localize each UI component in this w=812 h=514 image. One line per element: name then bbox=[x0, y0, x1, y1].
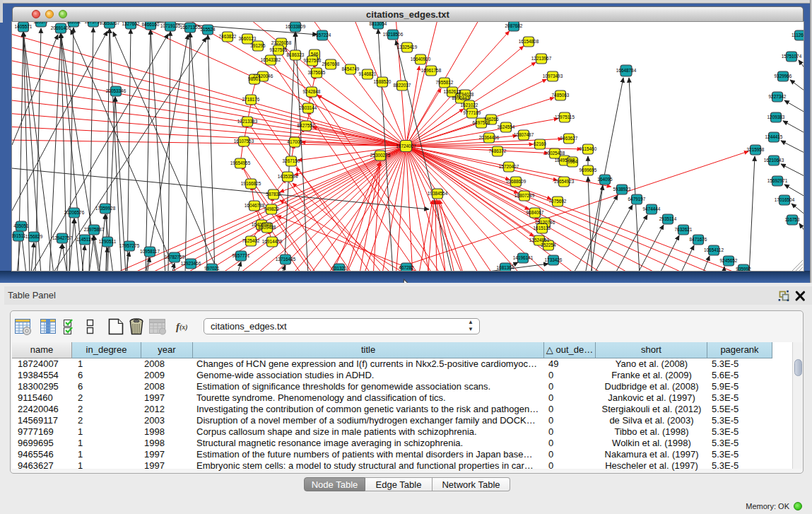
svg-text:8466160: 8466160 bbox=[142, 22, 160, 27]
svg-text:17016504: 17016504 bbox=[775, 197, 795, 202]
svg-text:15692971: 15692971 bbox=[767, 178, 788, 183]
svg-text:1327602: 1327602 bbox=[122, 22, 140, 26]
svg-text:1081364: 1081364 bbox=[497, 265, 514, 270]
svg-text:435051: 435051 bbox=[13, 223, 29, 228]
svg-text:7075692: 7075692 bbox=[549, 199, 567, 204]
svg-text:8813054: 8813054 bbox=[370, 22, 387, 26]
svg-text:1145119: 1145119 bbox=[76, 237, 93, 242]
svg-text:9684067: 9684067 bbox=[526, 210, 544, 215]
svg-text:391511: 391511 bbox=[12, 233, 26, 238]
svg-text:16033809: 16033809 bbox=[286, 24, 306, 29]
svg-text:16107553: 16107553 bbox=[234, 139, 254, 144]
svg-text:2087682: 2087682 bbox=[505, 23, 523, 28]
svg-text:12923466: 12923466 bbox=[181, 261, 201, 266]
svg-text:189377: 189377 bbox=[33, 22, 49, 24]
svg-text:16210643: 16210643 bbox=[764, 158, 784, 163]
svg-text:13716485: 13716485 bbox=[276, 257, 296, 262]
svg-text:2718176: 2718176 bbox=[242, 97, 260, 102]
svg-text:16543382: 16543382 bbox=[261, 57, 281, 62]
svg-text:949822: 949822 bbox=[264, 206, 279, 211]
svg-text:8454749: 8454749 bbox=[342, 66, 360, 71]
svg-text:18724007: 18724007 bbox=[396, 144, 416, 148]
svg-text:9474444: 9474444 bbox=[643, 206, 661, 211]
svg-text:417006: 417006 bbox=[287, 139, 302, 144]
svg-text:7357224: 7357224 bbox=[314, 33, 331, 37]
svg-text:12213383: 12213383 bbox=[237, 119, 258, 124]
svg-text:(x): (x) bbox=[180, 323, 188, 332]
svg-text:13524851: 13524851 bbox=[529, 238, 550, 243]
svg-text:997021: 997021 bbox=[204, 266, 220, 271]
svg-text:16914479: 16914479 bbox=[262, 239, 283, 244]
svg-text:1209383: 1209383 bbox=[767, 115, 785, 119]
svg-text:15751074: 15751074 bbox=[782, 54, 802, 59]
svg-text:12213967: 12213967 bbox=[531, 56, 552, 61]
svg-text:16046788: 16046788 bbox=[245, 203, 265, 208]
svg-text:467282: 467282 bbox=[399, 265, 414, 270]
svg-text:9463627: 9463627 bbox=[560, 136, 578, 141]
svg-text:1156829: 1156829 bbox=[25, 234, 43, 239]
svg-text:6794028: 6794028 bbox=[457, 92, 474, 97]
svg-text:9329966: 9329966 bbox=[775, 74, 792, 78]
svg-text:98901: 98901 bbox=[248, 76, 261, 81]
svg-text:16671355: 16671355 bbox=[180, 25, 201, 30]
svg-text:164095: 164095 bbox=[597, 177, 613, 182]
svg-text:8822037: 8822037 bbox=[394, 83, 411, 88]
svg-text:9327505: 9327505 bbox=[270, 47, 288, 52]
svg-text:935992: 935992 bbox=[736, 267, 751, 271]
svg-text:14353594: 14353594 bbox=[278, 174, 298, 179]
svg-text:1588520: 1588520 bbox=[374, 79, 392, 84]
svg-text:7955812: 7955812 bbox=[436, 80, 454, 85]
svg-text:6479197: 6479197 bbox=[628, 197, 646, 201]
svg-text:746266: 746266 bbox=[483, 117, 499, 122]
svg-text:1615132: 1615132 bbox=[534, 226, 551, 230]
svg-text:546: 546 bbox=[311, 52, 319, 57]
svg-text:20206576: 20206576 bbox=[64, 210, 85, 215]
svg-text:8427552: 8427552 bbox=[298, 123, 315, 128]
svg-text:16782759: 16782759 bbox=[165, 255, 185, 259]
svg-text:19218506: 19218506 bbox=[383, 32, 404, 37]
svg-text:955952: 955952 bbox=[66, 22, 81, 24]
svg-text:9699695: 9699695 bbox=[579, 168, 597, 173]
svg-text:20364436: 20364436 bbox=[479, 135, 500, 140]
svg-text:8471676: 8471676 bbox=[690, 237, 707, 242]
svg-text:19384554: 19384554 bbox=[428, 191, 448, 196]
svg-text:10719135: 10719135 bbox=[160, 23, 181, 28]
svg-text:16961758: 16961758 bbox=[421, 68, 442, 73]
svg-text:1405571: 1405571 bbox=[15, 24, 33, 29]
svg-text:7625402: 7625402 bbox=[242, 238, 260, 243]
svg-text:15720407: 15720407 bbox=[499, 164, 519, 169]
svg-text:13325419: 13325419 bbox=[397, 45, 418, 49]
svg-text:2803144: 2803144 bbox=[300, 105, 317, 110]
svg-text:23975887: 23975887 bbox=[84, 227, 105, 232]
svg-text:2967608: 2967608 bbox=[322, 62, 340, 66]
svg-text:18807249: 18807249 bbox=[514, 193, 535, 198]
svg-text:12942757: 12942757 bbox=[52, 235, 73, 240]
svg-text:9227342: 9227342 bbox=[769, 94, 787, 99]
svg-text:1621022: 1621022 bbox=[461, 103, 478, 107]
svg-text:9964: 9964 bbox=[567, 159, 578, 164]
svg-text:9327508: 9327508 bbox=[304, 58, 322, 63]
svg-text:17957275: 17957275 bbox=[119, 243, 140, 248]
svg-text:23226058: 23226058 bbox=[271, 40, 292, 45]
svg-text:62160: 62160 bbox=[534, 141, 546, 146]
svg-text:831323: 831323 bbox=[331, 266, 347, 271]
svg-text:19654955: 19654955 bbox=[230, 160, 251, 165]
svg-text:9146821: 9146821 bbox=[359, 71, 377, 76]
svg-text:9777169: 9777169 bbox=[464, 110, 481, 115]
svg-text:3267150: 3267150 bbox=[283, 158, 300, 163]
svg-text:19166825: 19166825 bbox=[241, 181, 261, 186]
svg-text:12975115: 12975115 bbox=[555, 115, 575, 119]
svg-text:14196141: 14196141 bbox=[513, 255, 534, 260]
svg-text:587832: 587832 bbox=[266, 192, 281, 197]
svg-text:1733426: 1733426 bbox=[545, 257, 563, 262]
svg-text:1244415: 1244415 bbox=[765, 134, 783, 139]
svg-text:19654923: 19654923 bbox=[554, 179, 575, 184]
svg-text:7486372: 7486372 bbox=[489, 148, 507, 153]
svg-text:8309488: 8309488 bbox=[259, 225, 276, 230]
svg-text:9245652: 9245652 bbox=[720, 258, 738, 263]
svg-text:10688609: 10688609 bbox=[506, 179, 526, 184]
svg-text:1290511: 1290511 bbox=[99, 239, 117, 244]
svg-text:9242848: 9242848 bbox=[303, 89, 321, 94]
svg-text:10025438: 10025438 bbox=[545, 151, 565, 156]
svg-text:9115460: 9115460 bbox=[579, 146, 597, 151]
